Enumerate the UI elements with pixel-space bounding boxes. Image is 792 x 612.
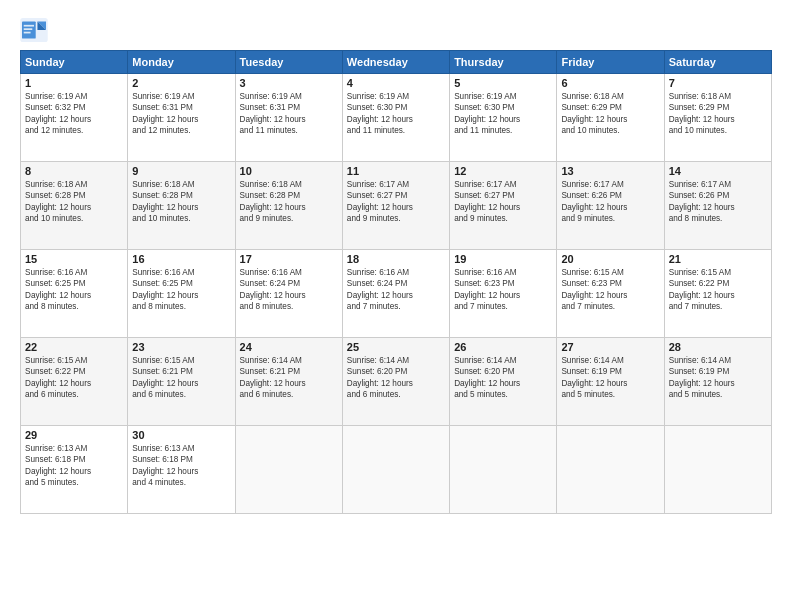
calendar-cell: 29Sunrise: 6:13 AMSunset: 6:18 PMDayligh…	[21, 426, 128, 514]
cell-content: Sunrise: 6:13 AMSunset: 6:18 PMDaylight:…	[25, 443, 123, 489]
calendar-cell: 25Sunrise: 6:14 AMSunset: 6:20 PMDayligh…	[342, 338, 449, 426]
logo-icon	[20, 18, 48, 42]
calendar-cell: 14Sunrise: 6:17 AMSunset: 6:26 PMDayligh…	[664, 162, 771, 250]
calendar-cell: 19Sunrise: 6:16 AMSunset: 6:23 PMDayligh…	[450, 250, 557, 338]
cell-content: Sunrise: 6:14 AMSunset: 6:20 PMDaylight:…	[347, 355, 445, 401]
calendar-body: 1Sunrise: 6:19 AMSunset: 6:32 PMDaylight…	[21, 74, 772, 514]
calendar-cell: 28Sunrise: 6:14 AMSunset: 6:19 PMDayligh…	[664, 338, 771, 426]
calendar-cell: 18Sunrise: 6:16 AMSunset: 6:24 PMDayligh…	[342, 250, 449, 338]
cell-content: Sunrise: 6:18 AMSunset: 6:28 PMDaylight:…	[240, 179, 338, 225]
day-number: 22	[25, 341, 123, 353]
calendar-cell: 3Sunrise: 6:19 AMSunset: 6:31 PMDaylight…	[235, 74, 342, 162]
cell-content: Sunrise: 6:16 AMSunset: 6:24 PMDaylight:…	[347, 267, 445, 313]
cell-content: Sunrise: 6:14 AMSunset: 6:19 PMDaylight:…	[561, 355, 659, 401]
calendar-cell: 2Sunrise: 6:19 AMSunset: 6:31 PMDaylight…	[128, 74, 235, 162]
weekday-row: SundayMondayTuesdayWednesdayThursdayFrid…	[21, 51, 772, 74]
cell-content: Sunrise: 6:16 AMSunset: 6:24 PMDaylight:…	[240, 267, 338, 313]
day-number: 20	[561, 253, 659, 265]
day-number: 16	[132, 253, 230, 265]
cell-content: Sunrise: 6:17 AMSunset: 6:27 PMDaylight:…	[347, 179, 445, 225]
cell-content: Sunrise: 6:13 AMSunset: 6:18 PMDaylight:…	[132, 443, 230, 489]
day-number: 3	[240, 77, 338, 89]
cell-content: Sunrise: 6:15 AMSunset: 6:23 PMDaylight:…	[561, 267, 659, 313]
calendar-week-3: 15Sunrise: 6:16 AMSunset: 6:25 PMDayligh…	[21, 250, 772, 338]
day-number: 6	[561, 77, 659, 89]
day-number: 12	[454, 165, 552, 177]
calendar-table: SundayMondayTuesdayWednesdayThursdayFrid…	[20, 50, 772, 514]
calendar-cell: 22Sunrise: 6:15 AMSunset: 6:22 PMDayligh…	[21, 338, 128, 426]
day-number: 5	[454, 77, 552, 89]
calendar-cell: 16Sunrise: 6:16 AMSunset: 6:25 PMDayligh…	[128, 250, 235, 338]
weekday-header-wednesday: Wednesday	[342, 51, 449, 74]
day-number: 24	[240, 341, 338, 353]
cell-content: Sunrise: 6:14 AMSunset: 6:21 PMDaylight:…	[240, 355, 338, 401]
cell-content: Sunrise: 6:14 AMSunset: 6:20 PMDaylight:…	[454, 355, 552, 401]
day-number: 1	[25, 77, 123, 89]
calendar-cell: 15Sunrise: 6:16 AMSunset: 6:25 PMDayligh…	[21, 250, 128, 338]
cell-content: Sunrise: 6:15 AMSunset: 6:22 PMDaylight:…	[25, 355, 123, 401]
day-number: 18	[347, 253, 445, 265]
calendar-cell: 21Sunrise: 6:15 AMSunset: 6:22 PMDayligh…	[664, 250, 771, 338]
calendar-cell	[450, 426, 557, 514]
svg-rect-4	[24, 25, 34, 27]
day-number: 4	[347, 77, 445, 89]
calendar-cell	[235, 426, 342, 514]
cell-content: Sunrise: 6:16 AMSunset: 6:25 PMDaylight:…	[132, 267, 230, 313]
cell-content: Sunrise: 6:19 AMSunset: 6:31 PMDaylight:…	[132, 91, 230, 137]
weekday-header-monday: Monday	[128, 51, 235, 74]
cell-content: Sunrise: 6:18 AMSunset: 6:28 PMDaylight:…	[25, 179, 123, 225]
day-number: 15	[25, 253, 123, 265]
day-number: 19	[454, 253, 552, 265]
cell-content: Sunrise: 6:15 AMSunset: 6:22 PMDaylight:…	[669, 267, 767, 313]
calendar-cell: 13Sunrise: 6:17 AMSunset: 6:26 PMDayligh…	[557, 162, 664, 250]
day-number: 25	[347, 341, 445, 353]
cell-content: Sunrise: 6:19 AMSunset: 6:30 PMDaylight:…	[347, 91, 445, 137]
cell-content: Sunrise: 6:16 AMSunset: 6:23 PMDaylight:…	[454, 267, 552, 313]
cell-content: Sunrise: 6:18 AMSunset: 6:29 PMDaylight:…	[561, 91, 659, 137]
cell-content: Sunrise: 6:17 AMSunset: 6:26 PMDaylight:…	[561, 179, 659, 225]
calendar-week-4: 22Sunrise: 6:15 AMSunset: 6:22 PMDayligh…	[21, 338, 772, 426]
calendar-cell: 7Sunrise: 6:18 AMSunset: 6:29 PMDaylight…	[664, 74, 771, 162]
svg-rect-6	[24, 32, 31, 34]
day-number: 10	[240, 165, 338, 177]
calendar-week-5: 29Sunrise: 6:13 AMSunset: 6:18 PMDayligh…	[21, 426, 772, 514]
calendar-cell: 4Sunrise: 6:19 AMSunset: 6:30 PMDaylight…	[342, 74, 449, 162]
cell-content: Sunrise: 6:19 AMSunset: 6:30 PMDaylight:…	[454, 91, 552, 137]
calendar-cell	[664, 426, 771, 514]
calendar-cell: 27Sunrise: 6:14 AMSunset: 6:19 PMDayligh…	[557, 338, 664, 426]
weekday-header-thursday: Thursday	[450, 51, 557, 74]
weekday-header-tuesday: Tuesday	[235, 51, 342, 74]
cell-content: Sunrise: 6:15 AMSunset: 6:21 PMDaylight:…	[132, 355, 230, 401]
calendar-cell: 30Sunrise: 6:13 AMSunset: 6:18 PMDayligh…	[128, 426, 235, 514]
day-number: 9	[132, 165, 230, 177]
cell-content: Sunrise: 6:18 AMSunset: 6:28 PMDaylight:…	[132, 179, 230, 225]
day-number: 26	[454, 341, 552, 353]
cell-content: Sunrise: 6:16 AMSunset: 6:25 PMDaylight:…	[25, 267, 123, 313]
calendar-cell: 23Sunrise: 6:15 AMSunset: 6:21 PMDayligh…	[128, 338, 235, 426]
day-number: 7	[669, 77, 767, 89]
day-number: 13	[561, 165, 659, 177]
weekday-header-saturday: Saturday	[664, 51, 771, 74]
day-number: 29	[25, 429, 123, 441]
calendar-cell: 9Sunrise: 6:18 AMSunset: 6:28 PMDaylight…	[128, 162, 235, 250]
day-number: 17	[240, 253, 338, 265]
header	[20, 18, 772, 42]
calendar-cell: 5Sunrise: 6:19 AMSunset: 6:30 PMDaylight…	[450, 74, 557, 162]
day-number: 21	[669, 253, 767, 265]
weekday-header-sunday: Sunday	[21, 51, 128, 74]
day-number: 23	[132, 341, 230, 353]
day-number: 27	[561, 341, 659, 353]
calendar-cell: 20Sunrise: 6:15 AMSunset: 6:23 PMDayligh…	[557, 250, 664, 338]
logo	[20, 18, 52, 42]
calendar-cell: 11Sunrise: 6:17 AMSunset: 6:27 PMDayligh…	[342, 162, 449, 250]
cell-content: Sunrise: 6:17 AMSunset: 6:26 PMDaylight:…	[669, 179, 767, 225]
day-number: 8	[25, 165, 123, 177]
calendar-cell: 1Sunrise: 6:19 AMSunset: 6:32 PMDaylight…	[21, 74, 128, 162]
cell-content: Sunrise: 6:18 AMSunset: 6:29 PMDaylight:…	[669, 91, 767, 137]
cell-content: Sunrise: 6:17 AMSunset: 6:27 PMDaylight:…	[454, 179, 552, 225]
calendar-cell: 10Sunrise: 6:18 AMSunset: 6:28 PMDayligh…	[235, 162, 342, 250]
calendar-cell: 24Sunrise: 6:14 AMSunset: 6:21 PMDayligh…	[235, 338, 342, 426]
day-number: 11	[347, 165, 445, 177]
svg-rect-5	[24, 28, 33, 30]
calendar-header: SundayMondayTuesdayWednesdayThursdayFrid…	[21, 51, 772, 74]
